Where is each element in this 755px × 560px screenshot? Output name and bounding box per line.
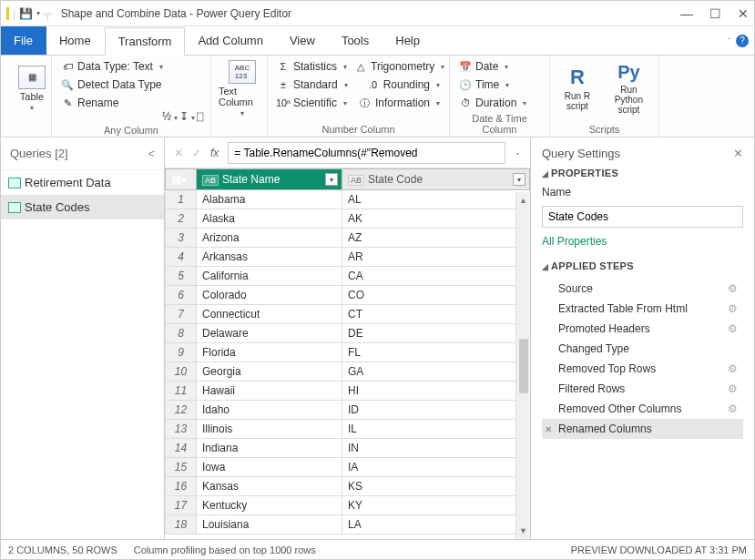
cell-state-code[interactable]: FL: [342, 343, 530, 362]
row-number[interactable]: 12: [166, 401, 197, 420]
cell-state-name[interactable]: California: [197, 267, 342, 286]
replace-values-icon[interactable]: ½: [162, 110, 178, 123]
applied-step[interactable]: Filtered Rows⚙: [542, 379, 743, 399]
properties-section[interactable]: PROPERTIES: [542, 168, 743, 178]
cell-state-code[interactable]: KY: [342, 496, 530, 515]
column-filter-icon[interactable]: ▾: [513, 173, 525, 186]
formula-dropdown-icon[interactable]: ⌄: [515, 148, 521, 157]
cell-state-name[interactable]: Kentucky: [197, 496, 342, 515]
table-row[interactable]: 6ColoradoCO: [166, 286, 530, 305]
cell-state-code[interactable]: AK: [342, 209, 530, 229]
information-button[interactable]: ⓘInformation: [357, 96, 442, 110]
table-row[interactable]: 8DelawareDE: [166, 324, 530, 343]
cell-state-code[interactable]: IA: [342, 458, 530, 477]
all-properties-link[interactable]: All Properties: [542, 235, 743, 248]
gear-icon[interactable]: ⚙: [728, 302, 738, 315]
row-number[interactable]: 15: [166, 458, 197, 477]
maximize-button[interactable]: ☐: [709, 6, 721, 21]
gear-icon[interactable]: ⚙: [728, 402, 738, 415]
qat-dropdown-icon[interactable]: ▾: [36, 9, 40, 17]
cell-state-code[interactable]: CO: [342, 286, 530, 305]
cell-state-name[interactable]: Hawaii: [197, 382, 342, 401]
cell-state-code[interactable]: DE: [342, 324, 530, 343]
row-number[interactable]: 16: [166, 477, 197, 496]
standard-button[interactable]: ±Standard: [275, 77, 350, 92]
cell-state-code[interactable]: CT: [342, 305, 530, 324]
cell-state-name[interactable]: Alabama: [197, 190, 342, 209]
column-filter-icon[interactable]: ▾: [325, 173, 338, 186]
trigonometry-button[interactable]: △Trigonometry: [352, 59, 446, 74]
cancel-formula-icon[interactable]: ✕: [174, 147, 183, 159]
row-number[interactable]: 2: [166, 209, 197, 229]
formula-input[interactable]: [228, 142, 505, 164]
cell-state-code[interactable]: AR: [342, 248, 530, 267]
row-number[interactable]: 3: [166, 229, 197, 248]
cell-state-name[interactable]: Kansas: [197, 477, 342, 496]
tab-help[interactable]: Help: [383, 26, 434, 55]
scientific-button[interactable]: 10ⁿScientific: [275, 96, 349, 110]
applied-step[interactable]: Promoted Headers⚙: [542, 319, 743, 339]
pivot-icon[interactable]: ⎕: [197, 110, 203, 123]
table-row[interactable]: 17KentuckyKY: [166, 496, 530, 515]
tab-add-column[interactable]: Add Column: [185, 26, 277, 55]
cell-state-code[interactable]: CA: [342, 267, 530, 286]
collapse-ribbon-icon[interactable]: ˆ: [728, 36, 730, 45]
table-row[interactable]: 11HawaiiHI: [166, 382, 530, 401]
row-number[interactable]: 10: [166, 362, 197, 382]
cell-state-name[interactable]: Iowa: [197, 458, 342, 477]
vertical-scrollbar[interactable]: ▲ ▼: [515, 192, 530, 539]
data-type-button[interactable]: 🏷Data Type: Text: [59, 59, 203, 74]
tab-file[interactable]: File: [1, 26, 46, 55]
table-row[interactable]: 2AlaskaAK: [166, 209, 530, 229]
column-header-state-code[interactable]: ABState Code ▾: [342, 169, 530, 190]
row-number[interactable]: 5: [166, 267, 197, 286]
column-header-state-name[interactable]: ABState Name ▾: [197, 169, 342, 190]
table-row[interactable]: 10GeorgiaGA: [166, 362, 530, 382]
cell-state-name[interactable]: Arkansas: [197, 248, 342, 267]
cell-state-code[interactable]: KS: [342, 477, 530, 496]
accept-formula-icon[interactable]: ✓: [192, 147, 201, 159]
cell-state-name[interactable]: Florida: [197, 343, 342, 362]
applied-step[interactable]: Removed Top Rows⚙: [542, 359, 743, 379]
applied-step[interactable]: Changed Type: [542, 339, 743, 359]
gear-icon[interactable]: ⚙: [728, 282, 738, 295]
save-icon[interactable]: 💾: [19, 7, 33, 20]
run-python-button[interactable]: Py Run Python script: [607, 59, 651, 117]
table-row[interactable]: 4ArkansasAR: [166, 248, 530, 267]
fill-icon[interactable]: ↧: [179, 110, 195, 123]
date-button[interactable]: 📅Date: [457, 59, 542, 74]
tab-view[interactable]: View: [277, 26, 329, 55]
row-number[interactable]: 8: [166, 324, 197, 343]
cell-state-name[interactable]: Delaware: [197, 324, 342, 343]
cell-state-name[interactable]: Georgia: [197, 362, 342, 382]
cell-state-name[interactable]: Alaska: [197, 209, 342, 229]
time-button[interactable]: 🕒Time: [457, 77, 542, 92]
applied-step[interactable]: Extracted Table From Html⚙: [542, 299, 743, 319]
rename-button[interactable]: ✎Rename: [59, 96, 203, 110]
query-item[interactable]: Retirement Data: [1, 170, 164, 195]
cell-state-code[interactable]: ID: [342, 401, 530, 420]
applied-step[interactable]: Source⚙: [542, 279, 743, 299]
run-r-button[interactable]: R Run R script: [557, 59, 597, 117]
cell-state-code[interactable]: AZ: [342, 229, 530, 248]
cell-state-name[interactable]: Connecticut: [197, 305, 342, 324]
gear-icon[interactable]: ⚙: [728, 382, 738, 395]
cell-state-code[interactable]: IN: [342, 439, 530, 458]
table-row[interactable]: 5CaliforniaCA: [166, 267, 530, 286]
cell-state-code[interactable]: LA: [342, 515, 530, 535]
table-row[interactable]: 18LouisianaLA: [166, 515, 530, 535]
table-row[interactable]: 7ConnecticutCT: [166, 305, 530, 324]
cell-state-code[interactable]: IL: [342, 420, 530, 439]
scroll-up-icon[interactable]: ▲: [519, 196, 527, 205]
table-row[interactable]: 12IdahoID: [166, 401, 530, 420]
row-number[interactable]: 13: [166, 420, 197, 439]
row-number[interactable]: 7: [166, 305, 197, 324]
cell-state-name[interactable]: Indiana: [197, 439, 342, 458]
query-item[interactable]: State Codes: [1, 195, 164, 219]
cell-state-name[interactable]: Colorado: [197, 286, 342, 305]
tab-home[interactable]: Home: [46, 26, 105, 55]
minimize-button[interactable]: —: [680, 6, 693, 21]
cell-state-name[interactable]: Louisiana: [197, 515, 342, 535]
table-row[interactable]: 16KansasKS: [166, 477, 530, 496]
tab-transform[interactable]: Transform: [105, 27, 186, 56]
